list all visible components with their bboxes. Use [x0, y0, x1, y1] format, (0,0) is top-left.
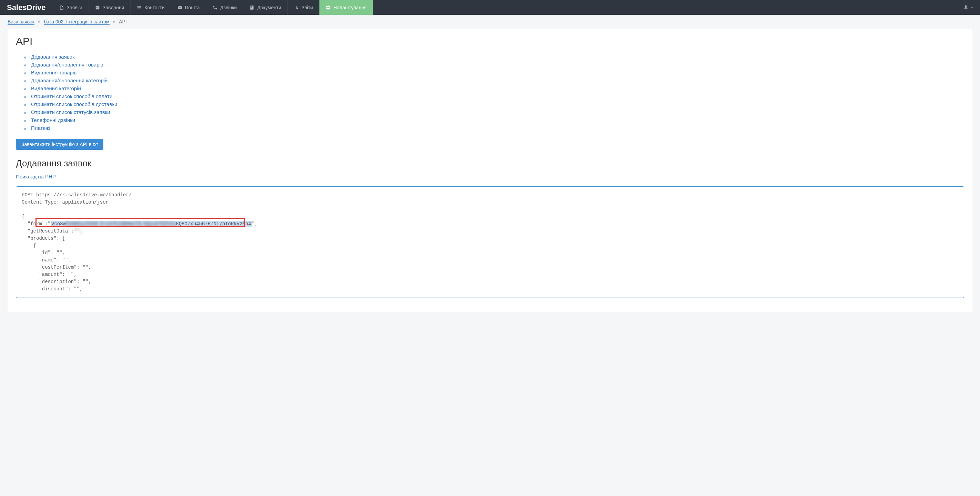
code-line: "name": "",	[22, 257, 71, 263]
logo: SalesDrive	[0, 0, 53, 15]
nav-label: Документи	[257, 5, 281, 10]
toc-link[interactable]: Отримати список статусів заявки	[31, 109, 110, 115]
file-icon	[59, 5, 64, 10]
chart-icon	[294, 5, 299, 10]
toc-item: Отримати список способів оплати	[24, 92, 964, 100]
toc-item: Отримати список статусів заявки	[24, 108, 964, 116]
chevron-down-icon	[970, 5, 974, 10]
breadcrumb-root[interactable]: Бази заявок	[8, 19, 35, 25]
nav-label: Контакти	[145, 5, 164, 10]
php-example-link[interactable]: Приклад на PHP	[16, 173, 56, 180]
toc-link[interactable]: Платежі	[31, 125, 50, 131]
code-block[interactable]: POST https://rk.salesdrive.me/handler/ C…	[16, 186, 964, 298]
code-line: "products": [	[22, 235, 65, 241]
topbar: SalesDrive Заявки Завдання Контакти Пошт…	[0, 0, 980, 15]
breadcrumb-current: API	[119, 19, 127, 24]
code-line: POST https://rk.salesdrive.me/handler/	[22, 192, 132, 198]
breadcrumb-parent[interactable]: база 002: Інтеграція з сайтом	[44, 19, 110, 25]
code-line: "amount": "",	[22, 272, 77, 277]
mail-icon	[177, 5, 182, 10]
toc-item: Телефонні дзвінки	[24, 116, 964, 124]
toc-link[interactable]: Додавання/оновлення товарів	[31, 62, 103, 67]
token-prefix: Vco8w	[51, 221, 66, 227]
code-line: "costPerItem": "",	[22, 264, 91, 270]
toc-link[interactable]: Отримати список способів оплати	[31, 93, 112, 99]
download-instruction-button[interactable]: Завантажити інструкцію з API в txt	[16, 139, 103, 150]
main-nav: Заявки Завдання Контакти Пошта Дзвінки Д…	[53, 0, 957, 15]
code-text: ",	[252, 221, 258, 227]
check-icon	[95, 5, 100, 10]
code-line: "id": "",	[22, 250, 65, 256]
nav-contacts[interactable]: Контакти	[130, 0, 170, 15]
nav-label: Налаштування	[333, 5, 367, 10]
page-title: API	[16, 35, 964, 47]
toc-item: Додавання заявок	[24, 53, 964, 60]
nav-label: Заявки	[67, 5, 82, 10]
breadcrumb-separator: »	[113, 19, 116, 24]
nav-label: Завдання	[103, 5, 124, 10]
main-panel: API Додавання заявок Додавання/оновлення…	[8, 29, 972, 312]
toc-item: Додавання/оновлення категорій	[24, 76, 964, 84]
toc-link[interactable]: Видалення категорій	[31, 86, 81, 91]
code-line: "getResultData":"",	[22, 228, 82, 234]
gear-icon	[326, 5, 331, 10]
code-line: "description": "",	[22, 279, 91, 285]
toc-link[interactable]: Додавання/оновлення категорій	[31, 78, 108, 83]
toc-item: Отримати список способів доставки	[24, 100, 964, 108]
user-menu[interactable]	[957, 5, 980, 10]
nav-tasks[interactable]: Завдання	[89, 0, 130, 15]
nav-requests[interactable]: Заявки	[53, 0, 89, 15]
nav-label: Дзвінки	[220, 5, 237, 10]
breadcrumbs: Бази заявок » база 002: Інтеграція з сай…	[0, 15, 980, 29]
section-title: Додавання заявок	[16, 158, 964, 169]
user-icon	[964, 5, 968, 10]
form-token-highlight: Vco8wFkHWSuz5SU0-Frn2Yk1GBHmsTA-bQzukf0Z…	[51, 221, 252, 227]
nav-settings[interactable]: Налаштування	[319, 0, 373, 15]
nav-mail[interactable]: Пошта	[171, 0, 206, 15]
code-line: {	[22, 243, 36, 248]
book-icon	[250, 5, 254, 10]
toc-item: Видалення категорій	[24, 84, 964, 92]
nav-documents[interactable]: Документи	[243, 0, 287, 15]
toc-link[interactable]: Видалення товарів	[31, 70, 76, 75]
code-form-key: "form":"	[22, 221, 51, 227]
list-icon	[137, 5, 142, 10]
code-line: Content-Type: application/json	[22, 199, 108, 205]
toc-item: Видалення товарів	[24, 68, 964, 76]
code-line: "discount": "",	[22, 286, 82, 292]
toc-link[interactable]: Телефонні дзвінки	[31, 117, 75, 123]
toc-item: Додавання/оновлення товарів	[24, 60, 964, 68]
phone-icon	[213, 5, 218, 10]
code-line: {	[22, 214, 24, 219]
token-suffix: 8Q8O7xu45G7H7NI7pToRRV2Mh4	[176, 221, 251, 227]
nav-calls[interactable]: Дзвінки	[206, 0, 243, 15]
nav-label: Звіти	[302, 5, 313, 10]
toc-item: Платежі	[24, 124, 964, 132]
nav-reports[interactable]: Звіти	[287, 0, 319, 15]
toc-link[interactable]: Додавання заявок	[31, 54, 75, 60]
nav-label: Пошта	[185, 5, 200, 10]
toc-link[interactable]: Отримати список способів доставки	[31, 101, 117, 107]
token-blurred: FkHWSuz5SU0-Frn2Yk1GBHmsTA-bQzukf0ZVVu	[66, 221, 176, 227]
breadcrumb-separator: »	[38, 19, 41, 24]
table-of-contents: Додавання заявок Додавання/оновлення тов…	[24, 53, 964, 132]
